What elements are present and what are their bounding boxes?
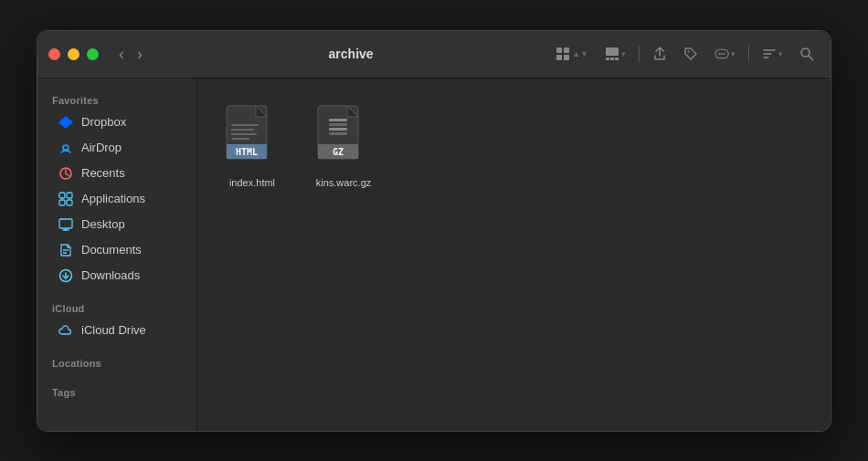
applications-icon [58,191,74,207]
svg-rect-34 [231,133,257,135]
files-grid: HTML index.html [216,97,812,195]
downloads-icon [58,267,74,284]
svg-rect-39 [329,119,347,121]
traffic-lights [48,48,99,60]
recents-label: Recents [81,166,125,180]
file-item-kins-warc-gz[interactable]: GZ kins.warc.gz [307,97,380,195]
more-button[interactable]: ▾ [709,43,741,65]
sidebar-item-desktop[interactable]: Desktop [43,212,191,237]
svg-point-10 [719,53,721,55]
sort-chevron: ▾ [778,49,783,58]
content-area: Favorites Dropbox [37,79,831,431]
sidebar-item-downloads[interactable]: Downloads [43,263,191,288]
svg-rect-20 [59,193,65,198]
close-button[interactable] [48,48,60,60]
search-button[interactable] [794,43,820,65]
svg-rect-7 [615,58,619,60]
sidebar-item-icloud-drive[interactable]: iCloud Drive [43,318,191,343]
dropbox-label: Dropbox [81,115,126,129]
grid-icon [556,47,570,61]
sort-icon [762,47,777,61]
svg-point-11 [721,53,723,55]
desktop-icon [58,216,74,233]
sidebar-item-applications[interactable]: Applications [43,186,191,212]
svg-rect-24 [59,219,72,228]
minimize-button[interactable] [68,48,79,60]
svg-rect-41 [329,128,347,131]
airdrop-icon [58,140,74,156]
svg-rect-21 [67,193,72,198]
applications-label: Applications [81,192,145,205]
svg-rect-1 [564,47,569,53]
share-icon [652,47,667,61]
svg-rect-0 [556,47,562,53]
svg-rect-2 [556,55,562,60]
gallery-icon [605,47,619,61]
svg-text:GZ: GZ [333,147,344,157]
svg-rect-40 [329,123,347,126]
separator-1 [639,46,640,62]
svg-rect-5 [606,58,609,60]
documents-icon [58,242,74,258]
file-icon-html: HTML [223,104,281,170]
svg-rect-35 [231,138,249,140]
sidebar-item-dropbox[interactable]: Dropbox [43,110,191,135]
tag-button[interactable] [678,43,704,65]
svg-point-12 [723,53,725,55]
share-button[interactable] [647,43,672,65]
file-name-kins-warc-gz: kins.warc.gz [316,177,372,188]
tag-icon [683,47,698,61]
svg-text:HTML: HTML [236,147,258,157]
more-chevron: ▾ [731,49,736,58]
downloads-label: Downloads [81,268,140,282]
file-icon-gz: GZ [314,104,373,170]
sidebar-item-recents[interactable]: Recents [43,161,191,186]
file-item-index-html[interactable]: HTML index.html [216,97,289,195]
sidebar-item-airdrop[interactable]: AirDrop [43,135,191,161]
window-title: archive [159,47,543,61]
separator-2 [748,46,749,62]
toolbar-right: ▲▼ ▾ [550,43,820,65]
svg-rect-6 [610,58,614,60]
recents-icon [58,165,74,182]
view-gallery-button[interactable]: ▾ [599,43,631,65]
back-button[interactable]: ‹ [113,44,130,64]
svg-rect-22 [59,200,65,205]
favorites-label: Favorites [37,89,196,110]
titlebar: ‹ › archive ▲▼ [37,31,831,79]
main-content: HTML index.html [197,79,831,431]
icloud-drive-label: iCloud Drive [81,323,146,337]
icloud-icon [58,322,74,339]
sidebar-item-documents[interactable]: Documents [43,237,191,263]
svg-rect-23 [67,200,72,205]
airdrop-label: AirDrop [81,141,122,154]
sort-button[interactable]: ▾ [757,43,789,65]
forward-button[interactable]: › [132,44,148,64]
tags-label: Tags [37,382,196,402]
view-grid-chevron: ▲▼ [572,49,588,58]
svg-line-17 [809,56,813,60]
search-icon [799,47,814,61]
svg-rect-32 [231,124,259,126]
svg-rect-42 [329,132,347,135]
maximize-button[interactable] [87,48,99,60]
svg-point-8 [688,51,690,53]
documents-label: Documents [81,243,142,257]
locations-label: Locations [37,352,196,372]
svg-rect-4 [606,47,619,56]
svg-rect-3 [564,55,569,60]
sidebar: Favorites Dropbox [37,79,197,431]
desktop-label: Desktop [81,217,125,231]
view-gallery-chevron: ▾ [621,49,626,58]
view-grid-button[interactable]: ▲▼ [550,43,594,65]
file-name-index-html: index.html [229,177,275,188]
more-icon [715,47,729,61]
finder-window: ‹ › archive ▲▼ [37,30,831,432]
icloud-label: iCloud [37,298,196,318]
nav-buttons: ‹ › [113,44,148,64]
svg-rect-33 [231,129,254,131]
dropbox-icon [58,114,74,131]
